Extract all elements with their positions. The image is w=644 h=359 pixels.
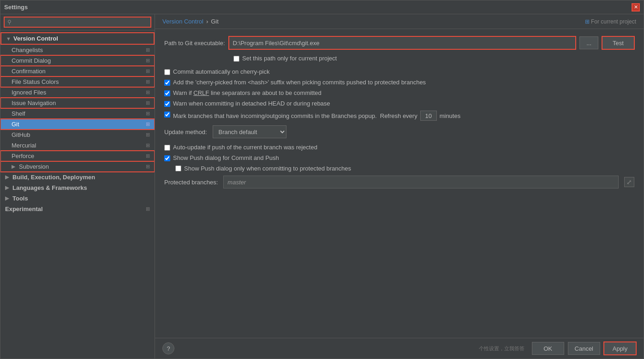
sidebar-item-github[interactable]: GitHub ⊞ [0, 129, 155, 140]
help-button[interactable]: ? [162, 342, 174, 354]
sidebar-item-shelf[interactable]: Shelf ⊞ [0, 108, 155, 119]
add-suffix-label: Add the 'cherry-picked from <hash>' suff… [173, 79, 426, 86]
auto-commit-label: Commit automatically on cherry-pick [173, 68, 270, 75]
sidebar-item-commit-dialog[interactable]: Commit Dialog ⊞ [0, 55, 155, 66]
protected-expand-button[interactable]: ⤢ [624, 177, 634, 187]
show-push-sub-checkbox[interactable] [175, 165, 181, 171]
perforce-label: Perforce [12, 153, 34, 159]
sidebar-item-confirmation[interactable]: Confirmation ⊞ [0, 66, 155, 77]
sidebar-item-git[interactable]: Git ⊞ [0, 119, 155, 129]
sidebar-item-ignored-files[interactable]: Ignored Files ⊞ [0, 87, 155, 98]
sidebar-item-build-execution[interactable]: ▶ Build, Execution, Deploymen [0, 172, 155, 182]
update-method-row: Update method: Branch default Merge Reba… [164, 125, 634, 138]
show-push-sub-row: Show Push dialog only when committing to… [164, 165, 634, 172]
for-project-label: ⊞ For current project [585, 18, 636, 25]
auto-update-checkbox[interactable] [164, 145, 170, 151]
copy-icon-commit: ⊞ [146, 58, 150, 64]
search-input[interactable] [4, 17, 151, 27]
add-suffix-checkbox[interactable] [164, 80, 170, 86]
settings-window: Settings ✕ ▼ Version Control Changelists… [0, 0, 644, 359]
breadcrumb: Version Control › Git ⊞ For current proj… [155, 14, 644, 29]
copy-icon-ignored: ⊞ [146, 89, 150, 95]
issue-navigation-label: Issue Navigation [12, 100, 56, 106]
sidebar: ▼ Version Control Changelists ⊞ Commit D… [0, 14, 155, 359]
copy-icon-issue: ⊞ [146, 100, 150, 106]
copy-icon-experimental: ⊞ [146, 206, 150, 212]
sidebar-item-languages-frameworks[interactable]: ▶ Languages & Frameworks [0, 182, 155, 193]
mark-branches-checkbox[interactable] [164, 112, 170, 118]
tools-label: Tools [12, 195, 28, 202]
changelists-label: Changelists [12, 47, 43, 53]
auto-commit-row: Commit automatically on cherry-pick [164, 68, 634, 75]
path-label: Path to Git executable: [164, 40, 225, 47]
git-label: Git [12, 121, 19, 128]
close-button[interactable]: ✕ [632, 3, 640, 12]
test-button[interactable]: Test [602, 36, 634, 49]
warn-crlf-row: Warn if CRLF line separators are about t… [164, 89, 634, 96]
sidebar-item-tools[interactable]: ▶ Tools [0, 193, 155, 204]
update-method-label: Update method: [164, 129, 207, 135]
window-title: Settings [4, 4, 28, 11]
copy-icon-mercurial: ⊞ [146, 142, 150, 148]
main-content: ▼ Version Control Changelists ⊞ Commit D… [0, 14, 644, 359]
experimental-label: Experimental [5, 206, 43, 212]
sidebar-item-version-control[interactable]: ▼ Version Control [0, 32, 155, 45]
right-panel: Version Control › Git ⊞ For current proj… [155, 14, 644, 359]
expand-arrow-svn: ▶ [12, 164, 17, 170]
set-path-checkbox[interactable] [233, 56, 239, 62]
sidebar-item-changelists[interactable]: Changelists ⊞ [0, 45, 155, 55]
sidebar-tree: ▼ Version Control Changelists ⊞ Commit D… [0, 30, 155, 359]
copy-icon-perforce: ⊞ [146, 153, 150, 159]
sidebar-item-experimental[interactable]: Experimental ⊞ [0, 204, 155, 214]
ok-button[interactable]: OK [532, 342, 564, 355]
settings-content: Path to Git executable: ... Test Set thi… [155, 29, 644, 338]
browse-button[interactable]: ... [579, 36, 598, 49]
ignored-files-label: Ignored Files [12, 89, 46, 96]
expand-arrow-vc: ▼ [6, 36, 12, 41]
add-suffix-row: Add the 'cherry-picked from <hash>' suff… [164, 79, 634, 86]
path-input[interactable] [229, 36, 576, 49]
show-push-row: Show Push dialog for Commit and Push [164, 154, 634, 161]
mercurial-label: Mercurial [12, 142, 36, 149]
set-path-label: Set this path only for current project [242, 55, 337, 62]
sidebar-item-file-status-colors[interactable]: File Status Colors ⊞ [0, 77, 155, 87]
copy-icon-changelists: ⊞ [146, 47, 150, 53]
auto-commit-checkbox[interactable] [164, 69, 170, 75]
mark-branches-label: Mark branches that have incoming/outgoin… [173, 111, 460, 121]
minutes-input[interactable] [420, 111, 437, 121]
shelf-label: Shelf [12, 110, 25, 117]
expand-arrow-build: ▶ [5, 174, 11, 180]
github-label: GitHub [12, 131, 30, 138]
commit-dialog-label: Commit Dialog [12, 57, 51, 64]
cancel-button[interactable]: Cancel [568, 342, 600, 355]
copy-icon-git: ⊞ [146, 121, 150, 127]
warn-crlf-label: Warn if CRLF line separators are about t… [173, 89, 322, 96]
confirmation-label: Confirmation [12, 68, 46, 75]
sidebar-item-issue-navigation[interactable]: Issue Navigation ⊞ [0, 98, 155, 108]
auto-update-row: Auto-update if push of the current branc… [164, 144, 634, 151]
languages-frameworks-label: Languages & Frameworks [12, 184, 87, 191]
sidebar-item-mercurial[interactable]: Mercurial ⊞ [0, 140, 155, 151]
bottom-bar: ? 个性设置，立我答答 OK Cancel Apply [155, 338, 644, 359]
warn-detached-label: Warn when committing in detached HEAD or… [173, 100, 330, 107]
warn-detached-checkbox[interactable] [164, 101, 170, 107]
breadcrumb-current: Git [211, 18, 219, 25]
subversion-label: Subversion [19, 163, 49, 170]
show-push-checkbox[interactable] [164, 155, 170, 161]
warn-crlf-checkbox[interactable] [164, 90, 170, 96]
copy-icon-confirmation: ⊞ [146, 68, 150, 74]
auto-update-label: Auto-update if push of the current branc… [173, 144, 317, 151]
search-box [0, 14, 155, 30]
sidebar-item-perforce[interactable]: Perforce ⊞ [0, 151, 155, 161]
protected-branches-input[interactable] [223, 176, 619, 188]
mark-branches-row: Mark branches that have incoming/outgoin… [164, 111, 634, 121]
path-row: Path to Git executable: ... Test [164, 36, 634, 49]
update-method-select[interactable]: Branch default Merge Rebase [213, 125, 286, 138]
copy-icon-github: ⊞ [146, 132, 150, 138]
breadcrumb-parent: Version Control [162, 18, 203, 25]
show-push-sub-label: Show Push dialog only when committing to… [184, 165, 351, 172]
file-status-colors-label: File Status Colors [12, 78, 59, 85]
expand-arrow-tools: ▶ [5, 195, 11, 201]
sidebar-item-subversion[interactable]: ▶ Subversion ⊞ [0, 161, 155, 172]
apply-button[interactable]: Apply [604, 342, 636, 355]
